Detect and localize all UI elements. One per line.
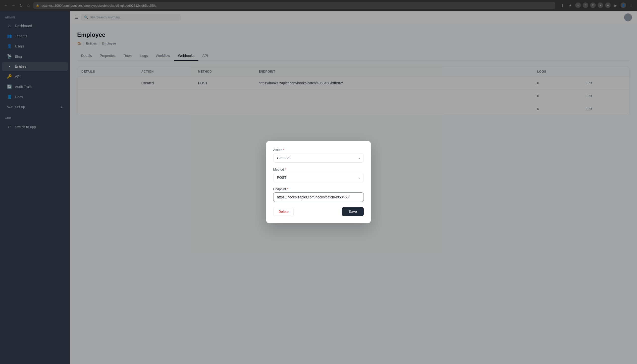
endpoint-label: Endpoint * [273, 187, 364, 191]
main-content: ☰ 🔍 ⌘K Search anything... Employee 🏠 〉 E… [70, 11, 637, 364]
method-select-wrapper: POST GET PUT PATCH DELETE ⌄ [273, 173, 364, 182]
action-label: Action * [273, 148, 364, 152]
action-select[interactable]: Created Updated Deleted [273, 153, 364, 162]
method-select[interactable]: POST GET PUT PATCH DELETE [273, 173, 364, 182]
delete-button[interactable]: Delete [273, 207, 294, 216]
endpoint-input[interactable] [273, 192, 364, 202]
action-required: * [283, 148, 284, 152]
save-button[interactable]: Save [342, 207, 364, 216]
modal-footer: Delete Save [273, 207, 364, 216]
modal-method-field: Method * POST GET PUT PATCH DELETE ⌄ [273, 168, 364, 182]
action-select-wrapper: Created Updated Deleted ⌄ [273, 153, 364, 162]
endpoint-required: * [287, 187, 288, 191]
modal-overlay[interactable]: Action * Created Updated Deleted ⌄ [70, 11, 637, 364]
modal-endpoint-field: Endpoint * [273, 187, 364, 202]
modal-action-field: Action * Created Updated Deleted ⌄ [273, 148, 364, 162]
edit-webhook-modal: Action * Created Updated Deleted ⌄ [266, 141, 371, 223]
method-required: * [285, 168, 286, 171]
app-container: ADMIN ⌂ Dashboard 👥 Tenants 👤 Users 📡 Bl… [0, 11, 637, 364]
method-label: Method * [273, 168, 364, 171]
